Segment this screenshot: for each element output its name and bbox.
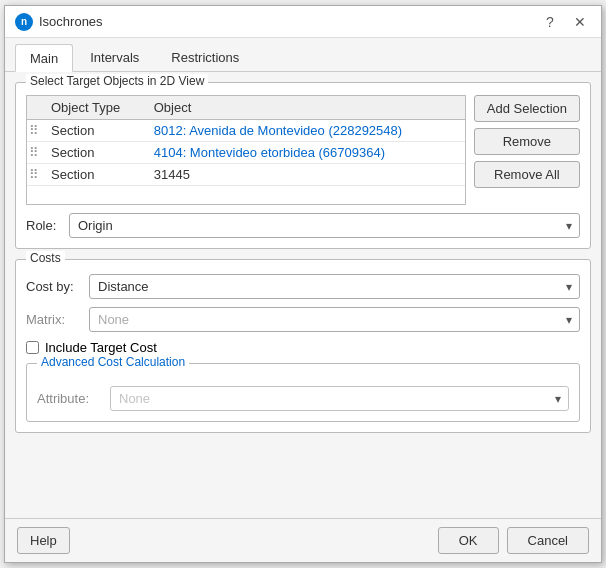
row-object-3: 31445	[146, 164, 465, 186]
role-label: Role:	[26, 218, 61, 233]
title-bar-left: n Isochrones	[15, 13, 103, 31]
select-target-area: Object Type Object ⠿ Section 8012: Aveni…	[26, 95, 580, 205]
advanced-cost-box: Advanced Cost Calculation Attribute: Non…	[26, 363, 580, 422]
select-target-title: Select Target Objects in 2D View	[26, 74, 208, 88]
attribute-select-wrapper: None	[110, 386, 569, 411]
role-select-wrapper: Origin Destination	[69, 213, 580, 238]
remove-all-button[interactable]: Remove All	[474, 161, 580, 188]
cost-by-row: Cost by: Distance Travel Time	[26, 274, 580, 299]
drag-handle: ⠿	[27, 164, 43, 186]
role-row: Role: Origin Destination	[26, 213, 580, 238]
col-object-type: Object Type	[43, 96, 146, 120]
drag-handle: ⠿	[27, 120, 43, 142]
col-object: Object	[146, 96, 465, 120]
row-type-3: Section	[43, 164, 146, 186]
dialog-title: Isochrones	[39, 14, 103, 29]
tab-main[interactable]: Main	[15, 44, 73, 72]
col-handle	[27, 96, 43, 120]
row-type-2: Section	[43, 142, 146, 164]
tab-restrictions[interactable]: Restrictions	[156, 44, 254, 71]
tabs-bar: Main Intervals Restrictions	[5, 38, 601, 72]
isochrones-dialog: n Isochrones ? ✕ Main Intervals Restrict…	[4, 5, 602, 563]
matrix-select[interactable]: None	[89, 307, 580, 332]
matrix-label: Matrix:	[26, 312, 81, 327]
costs-title: Costs	[26, 251, 65, 265]
footer-right: OK Cancel	[438, 527, 589, 554]
matrix-select-wrapper: None	[89, 307, 580, 332]
role-select[interactable]: Origin Destination	[69, 213, 580, 238]
matrix-row: Matrix: None	[26, 307, 580, 332]
title-bar: n Isochrones ? ✕	[5, 6, 601, 38]
close-button[interactable]: ✕	[569, 11, 591, 33]
tab-intervals[interactable]: Intervals	[75, 44, 154, 71]
main-content: Select Target Objects in 2D View Object …	[5, 72, 601, 518]
table-row[interactable]: ⠿ Section 8012: Avenida de Montevideo (2…	[27, 120, 465, 142]
attribute-label: Attribute:	[37, 391, 102, 406]
row-type-1: Section	[43, 120, 146, 142]
drag-handle: ⠿	[27, 142, 43, 164]
attribute-row: Attribute: None	[37, 386, 569, 411]
object-table-container: Object Type Object ⠿ Section 8012: Aveni…	[26, 95, 466, 205]
table-row[interactable]: ⠿ Section 31445	[27, 164, 465, 186]
row-object-1: 8012: Avenida de Montevideo (228292548)	[146, 120, 465, 142]
object-table: Object Type Object ⠿ Section 8012: Aveni…	[27, 96, 465, 186]
row-object-2: 4104: Montevideo etorbidea (66709364)	[146, 142, 465, 164]
costs-section: Cost by: Distance Travel Time Matrix: No…	[26, 274, 580, 422]
attribute-select[interactable]: None	[110, 386, 569, 411]
include-target-cost-row: Include Target Cost	[26, 340, 580, 355]
cost-by-select-wrapper: Distance Travel Time	[89, 274, 580, 299]
advanced-content: Attribute: None	[37, 386, 569, 411]
cost-by-label: Cost by:	[26, 279, 81, 294]
side-buttons: Add Selection Remove Remove All	[474, 95, 580, 205]
cost-by-select[interactable]: Distance Travel Time	[89, 274, 580, 299]
footer: Help OK Cancel	[5, 518, 601, 562]
advanced-cost-title: Advanced Cost Calculation	[37, 355, 189, 369]
include-target-cost-label: Include Target Cost	[45, 340, 157, 355]
row-object-link-1: 8012: Avenida de Montevideo (228292548)	[154, 123, 402, 138]
select-target-group: Select Target Objects in 2D View Object …	[15, 82, 591, 249]
help-button[interactable]: Help	[17, 527, 70, 554]
add-selection-button[interactable]: Add Selection	[474, 95, 580, 122]
help-title-button[interactable]: ?	[539, 11, 561, 33]
ok-button[interactable]: OK	[438, 527, 499, 554]
app-icon: n	[15, 13, 33, 31]
cancel-button[interactable]: Cancel	[507, 527, 589, 554]
costs-group: Costs Cost by: Distance Travel Time Matr…	[15, 259, 591, 433]
remove-button[interactable]: Remove	[474, 128, 580, 155]
title-bar-right: ? ✕	[539, 11, 591, 33]
row-object-link-2: 4104: Montevideo etorbidea (66709364)	[154, 145, 385, 160]
table-row[interactable]: ⠿ Section 4104: Montevideo etorbidea (66…	[27, 142, 465, 164]
include-target-cost-checkbox[interactable]	[26, 341, 39, 354]
